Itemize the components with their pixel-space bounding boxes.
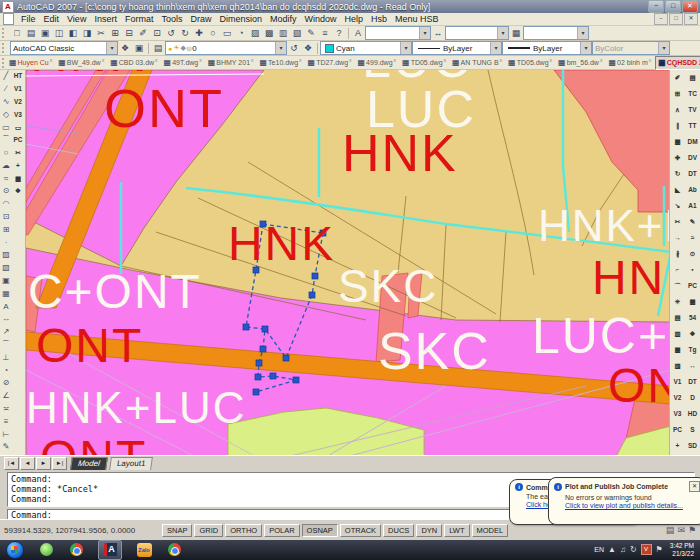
array-icon[interactable]: ▦ [670,134,685,150]
tab-last-button[interactable]: ►| [52,457,67,470]
drawing-tab[interactable]: ▦ Huyen Cu x [7,57,54,69]
drawing-tab[interactable]: ▦ AN TUNG B x [450,57,504,69]
tab-first-button[interactable]: |◄ [4,457,19,470]
hd-button[interactable]: HD [685,406,700,422]
menu-item[interactable]: Modify [266,14,301,24]
drawing-tab[interactable]: ▦ CBD 03.dw x [108,57,159,69]
fillet-icon[interactable]: ⌒ [670,278,685,294]
pan-icon[interactable]: ✚ [192,27,206,40]
pc-right-button[interactable]: PC [670,422,685,438]
dim-angular-icon[interactable]: ∠ [0,390,12,403]
publish-icon[interactable]: ◨ [80,27,94,40]
paste-block-icon[interactable]: ▤ [670,310,685,326]
zoom-previous-icon[interactable]: ◔ [234,27,248,40]
folder-icon[interactable]: ▤ [685,70,700,86]
menu-item[interactable]: Dimension [215,14,266,24]
drawing-tab[interactable]: ▦ 499.dwg x [356,57,399,69]
chevron-down-icon[interactable]: ▾ [497,27,508,39]
status-toggle-button[interactable]: LWT [444,524,469,537]
dim-diameter-icon[interactable]: ⊘ [0,377,12,390]
drawing-tab-close-icon[interactable]: x [600,57,603,63]
table2-icon[interactable]: ▦ [685,294,700,310]
drawing-tab[interactable]: ▦ 02 binh m x [606,57,653,69]
table-style-dropdown[interactable]: ▾ [523,26,589,40]
layer-dropdown[interactable]: ● ☀ ◆ ■ 0 ▾ [165,41,287,55]
tab-prev-button[interactable]: ◄ [20,457,35,470]
ab-button[interactable]: Ab [685,182,700,198]
v1-right-button[interactable]: V1 [670,374,685,390]
dim-linear-icon[interactable]: ↔ [0,313,12,326]
linetype-dropdown[interactable]: ByLayer ▾ [412,41,502,55]
block-editor-icon[interactable]: ⊡ [150,27,164,40]
chevron-down-icon[interactable]: ▾ [580,42,591,54]
language-indicator[interactable]: EN [594,546,604,553]
menu-item[interactable]: Format [121,14,158,24]
drawing-tab[interactable]: ▦ BHMY 201 x [206,57,256,69]
drawing-canvas[interactable]: ONT LUC HNK HNK SKC SKC C+ONT ONT HNK+LU… [26,70,669,455]
ellipse-arc-icon[interactable]: ◠ [0,198,12,211]
markup-icon[interactable]: ✎ [304,27,318,40]
make-block-icon[interactable]: ⊞ [0,224,12,237]
status-toggle-button[interactable]: OSNAP [302,524,338,537]
drawing-tab-close-icon[interactable]: x [349,57,352,63]
plot-preview-icon[interactable]: ◧ [66,27,80,40]
menu-item[interactable]: Tools [157,14,186,24]
54-button[interactable]: 54 [685,310,700,326]
chrome-taskbar-icon[interactable] [68,542,84,557]
balloon-link[interactable]: Click to view plot and publish details..… [565,502,700,509]
paste-special-icon[interactable]: ▦ [670,342,685,358]
break-icon[interactable]: ∦ [670,246,685,262]
paste-hatch-icon[interactable]: ▧ [670,358,685,374]
v2-button[interactable]: V2 [12,96,24,109]
notification-flag-icon[interactable]: ⚑ [688,525,696,535]
chevron-down-icon[interactable]: ▾ [106,42,117,54]
drawing-tab[interactable]: ▦ 49T.dwg x [162,57,204,69]
hatch-tool-icon[interactable]: ❖ [12,185,24,198]
color-dropdown[interactable]: Cyan ▾ [320,41,412,55]
drawing-tab[interactable]: ▦ Te10.dwg x [258,57,304,69]
dm-button[interactable]: DM [685,134,700,150]
status-toggle-button[interactable]: ORTHO [225,524,262,537]
chevron-down-icon[interactable]: ▾ [490,42,501,54]
erase-icon[interactable]: ✐ [670,70,685,86]
drawing-tab-close-icon[interactable]: x [251,57,254,63]
menu-item[interactable]: Insert [90,14,121,24]
spline-icon[interactable]: ≈ [0,173,12,186]
target-icon[interactable]: ⊙ [685,246,700,262]
menu-item[interactable]: Help [341,14,368,24]
dim-edit-icon[interactable]: ✎ [0,441,12,454]
clock[interactable]: 3:42 PM 21/3/22 [670,542,694,558]
paste-orig-icon[interactable]: ▥ [670,326,685,342]
flag-icon[interactable]: ⚑ [656,545,663,554]
plus-right-icon[interactable]: + [670,438,685,454]
tg-button[interactable]: Tg [685,342,700,358]
drawing-tab-close-icon[interactable]: x [155,57,158,63]
hatch-icon[interactable]: ▨ [0,249,12,262]
mdi-close-button[interactable]: ✕ [684,13,698,25]
cut-icon[interactable]: ✂ [94,27,108,40]
chevron-down-icon[interactable]: ▾ [419,27,430,39]
viewport-icon[interactable]: ▭ [12,122,24,135]
autocad-taskbar-button[interactable]: A [98,540,122,560]
zoom-window-icon[interactable]: ▭ [220,27,234,40]
volume-icon[interactable]: ♫ [620,545,626,554]
layer-previous-icon[interactable]: ❖ [301,42,315,55]
tab-next-button[interactable]: ► [36,457,51,470]
drawing-tab-close-icon[interactable]: x [299,57,302,63]
ellipse-icon[interactable]: ⊙ [0,185,12,198]
sheetset-icon[interactable]: ▧ [290,27,304,40]
drawing-tab-close-icon[interactable]: x [394,57,397,63]
gradient-icon[interactable]: ▧ [0,262,12,275]
a1-button[interactable]: A1 [685,198,700,214]
v1-button[interactable]: V1 [12,83,24,96]
region-icon[interactable]: ▣ [0,275,12,288]
ht-button[interactable]: HT [12,70,24,83]
insert-block-icon[interactable]: ⊡ [0,211,12,224]
my-workspace-icon[interactable]: ▣ [132,42,146,55]
dt2-button[interactable]: DT [685,374,700,390]
zalo-taskbar-icon[interactable]: Zalo [136,542,152,557]
drawing-tab-close-icon[interactable]: x [500,57,503,63]
explode-icon[interactable]: ✳ [670,294,685,310]
dim-style-dropdown[interactable]: ▾ [445,26,509,40]
drawing-tab-close-icon[interactable]: x [199,57,202,63]
